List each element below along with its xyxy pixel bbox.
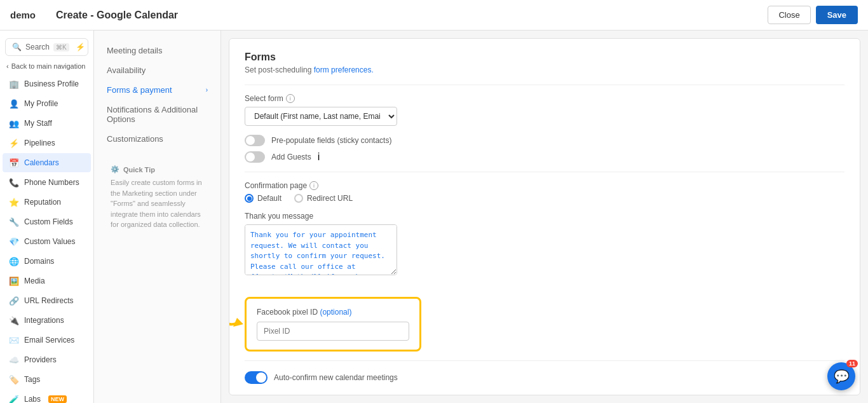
prepopulate-toggle-row: Pre-populate fields (sticky contacts)	[245, 135, 844, 146]
sidebar-item-custom-values[interactable]: 💎 Custom Values	[3, 232, 91, 251]
confirmation-radio-group: Default Redirect URL	[245, 194, 844, 203]
sidebar-item-my-staff[interactable]: 👥 My Staff	[3, 114, 91, 133]
add-guests-info-icon[interactable]: i	[318, 151, 320, 163]
sidebar-item-integrations[interactable]: 🔌 Integrations	[3, 311, 91, 330]
thank-you-textarea[interactable]: Thank you for your appointment request. …	[245, 224, 397, 275]
left-nav: Meeting detailsAvailabilityForms & payme…	[94, 31, 221, 403]
sidebar-item-pipelines[interactable]: ⚡ Pipelines	[3, 133, 91, 153]
prepopulate-label: Pre-populate fields (sticky contacts)	[271, 136, 391, 145]
sidebar-item-url-redirects[interactable]: 🔗 URL Redirects	[3, 291, 91, 310]
divider-2	[245, 172, 844, 172]
chat-fab[interactable]: 💬 11	[827, 362, 855, 390]
radio-redirect-label: Redirect URL	[307, 194, 353, 203]
sidebar-icon: 🏢	[9, 79, 19, 89]
confirmation-info-icon[interactable]: i	[309, 181, 318, 190]
sidebar-icon: 🏷️	[9, 374, 19, 385]
form-area: Forms Set post-scheduling form preferenc…	[229, 38, 860, 395]
divider-1	[245, 85, 844, 85]
search-bar[interactable]: 🔍 Search ⌘K ⚡	[5, 38, 88, 56]
add-guests-toggle[interactable]	[245, 151, 265, 163]
sidebar-item-providers[interactable]: ☁️ Providers	[3, 350, 91, 369]
facebook-pixel-section: Facebook pixel ID (optional)	[245, 297, 421, 352]
sidebar-item-label: Custom Values	[24, 237, 75, 246]
save-button[interactable]: Save	[816, 6, 858, 24]
sidebar-icon: ⚡	[9, 138, 19, 148]
sidebar-item-labs[interactable]: 🧪 Labs NEW	[3, 390, 91, 403]
gear-icon: ⚙️	[111, 165, 119, 174]
auto-confirm-toggle[interactable]	[245, 371, 268, 384]
sidebar-item-label: Domains	[24, 257, 54, 266]
forms-subtitle: Set post-scheduling form preferences.	[245, 65, 844, 74]
radio-default-circle	[245, 194, 254, 203]
sidebar-icon: 🧪	[9, 394, 19, 403]
sidebar-item-label: Providers	[24, 355, 57, 364]
thank-you-group: Thank you message Thank you for your app…	[245, 212, 844, 278]
sidebar-item-phone-numbers[interactable]: 📞 Phone Numbers	[3, 173, 91, 192]
facebook-pixel-label-required: Facebook pixel ID	[257, 308, 320, 317]
pixel-section-wrapper: Facebook pixel ID (optional)	[245, 287, 421, 352]
sidebar-icon: 🖼️	[9, 276, 19, 286]
left-nav-availability[interactable]: Availability	[94, 60, 220, 80]
select-form-label: Select form i	[245, 94, 844, 103]
page-title: Create - Google Calendar	[56, 10, 178, 21]
search-kbd: ⌘K	[53, 43, 69, 51]
sidebar-item-tags[interactable]: 🏷️ Tags	[3, 370, 91, 389]
search-label: Search	[25, 43, 50, 51]
left-nav-notifications--additional-options[interactable]: Notifications & Additional Options	[94, 100, 220, 129]
close-button[interactable]: Close	[768, 6, 810, 24]
chevron-right-icon: ›	[206, 86, 208, 93]
confirmation-page-group: Confirmation page i Default Redirect URL	[245, 181, 844, 203]
search-icon: 🔍	[12, 43, 22, 51]
sidebar-item-label: Tags	[24, 375, 40, 384]
sidebar-icon: 👤	[9, 99, 19, 109]
sidebar-item-business-profile[interactable]: 🏢 Business Profile	[3, 74, 91, 93]
facebook-pixel-input[interactable]	[257, 322, 409, 341]
chat-icon: 💬	[834, 369, 850, 384]
sidebar-icon: ⭐	[9, 197, 19, 207]
sidebar-item-domains[interactable]: 🌐 Domains	[3, 252, 91, 271]
sidebar: 🔍 Search ⌘K ⚡ ‹ Back to main navigation …	[0, 31, 94, 403]
sidebar-item-label: My Profile	[24, 99, 58, 108]
left-nav-meeting-details[interactable]: Meeting details	[94, 41, 220, 60]
select-form-group: Select form i Default (First name, Last …	[245, 94, 844, 126]
form-link[interactable]: form preferences.	[314, 65, 374, 74]
radio-redirect-circle	[294, 194, 303, 203]
sidebar-icon: 🔧	[9, 217, 19, 227]
left-nav-items: Meeting detailsAvailabilityForms & payme…	[94, 41, 220, 149]
arrow-svg	[229, 299, 245, 337]
sidebar-item-label: Business Profile	[24, 79, 79, 88]
radio-redirect[interactable]: Redirect URL	[294, 194, 353, 203]
sidebar-icon: 💎	[9, 236, 19, 247]
back-navigation[interactable]: ‹ Back to main navigation	[0, 58, 93, 74]
sidebar-item-label: Pipelines	[24, 139, 55, 147]
sidebar-item-label: Labs	[24, 395, 41, 403]
left-nav-forms--payment[interactable]: Forms & payment›	[94, 80, 220, 100]
quick-tip-header: ⚙️ Quick Tip	[111, 165, 204, 174]
lightning-icon: ⚡	[76, 43, 85, 51]
sidebar-icon: 📞	[9, 177, 19, 188]
quick-tip-title: Quick Tip	[123, 166, 155, 174]
content-area: Meeting detailsAvailabilityForms & payme…	[94, 31, 868, 403]
sidebar-icon: ✉️	[9, 335, 19, 345]
select-form-dropdown[interactable]: Default (First name, Last name, Email, P…	[245, 107, 397, 126]
select-form-info-icon[interactable]: i	[286, 94, 295, 103]
sidebar-item-custom-fields[interactable]: 🔧 Custom Fields	[3, 212, 91, 231]
sidebar-item-my-profile[interactable]: 👤 My Profile	[3, 94, 91, 113]
logo: demo	[10, 10, 36, 20]
sidebar-item-label: My Staff	[24, 119, 52, 128]
new-badge: NEW	[48, 395, 67, 403]
sidebar-item-email-services[interactable]: ✉️ Email Services	[3, 331, 91, 350]
prepopulate-toggle[interactable]	[245, 135, 265, 146]
back-label: Back to main navigation	[11, 62, 86, 70]
topbar-left: demo Create - Google Calendar	[10, 10, 178, 21]
sidebar-item-reputation[interactable]: ⭐ Reputation	[3, 193, 91, 212]
sidebar-item-calendars[interactable]: 📅 Calendars	[3, 153, 91, 172]
radio-default[interactable]: Default	[245, 194, 281, 203]
sidebar-item-label: Calendars	[24, 158, 59, 167]
sidebar-item-label: Reputation	[24, 198, 61, 207]
sidebar-item-media[interactable]: 🖼️ Media	[3, 271, 91, 290]
left-nav-customizations[interactable]: Customizations	[94, 129, 220, 149]
sidebar-item-label: Media	[24, 277, 45, 285]
sidebar-icon: 👥	[9, 118, 19, 128]
sidebar-icon: ☁️	[9, 355, 19, 365]
